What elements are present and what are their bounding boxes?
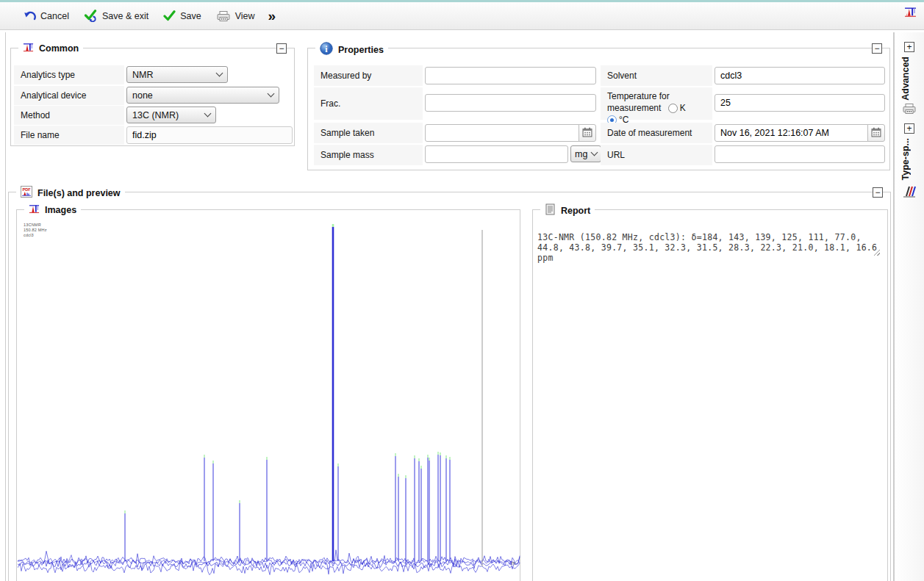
calendar-icon (871, 127, 881, 140)
sample-mass-unit-value: mg (575, 149, 587, 159)
svg-text:m: m (512, 560, 515, 566)
cancel-label: Cancel (40, 11, 69, 21)
method-value: 13C (NMR) (132, 110, 179, 120)
advanced-expand-button[interactable]: + (904, 42, 914, 52)
save-and-exit-label: Save & exit (102, 11, 148, 21)
chevron-down-icon (204, 110, 212, 118)
frac-field[interactable] (425, 94, 596, 112)
analytical-device-label: Analytical device (14, 86, 124, 105)
frac-label: Frac. (314, 87, 423, 120)
save-exit-icon (84, 10, 98, 22)
pdf-file-icon: PDF (21, 186, 32, 200)
solvent-label: Solvent (601, 65, 712, 86)
cancel-button[interactable]: Cancel (16, 7, 76, 24)
method-select[interactable]: 13C (NMR) (126, 107, 216, 123)
temperature-unit-k-label: K (680, 103, 686, 113)
view-icon[interactable] (902, 103, 917, 117)
method-label: Method (14, 106, 124, 125)
report-document-icon (545, 203, 556, 217)
svg-text:PDF: PDF (23, 187, 32, 192)
temperature-unit-k-radio[interactable] (668, 104, 678, 113)
report-textarea[interactable]: 13C-NMR (150.82 MHz, cdcl3): δ=184, 143,… (537, 232, 884, 267)
right-tab-strip: + Advanced + Type-sp... (894, 32, 924, 581)
main-content: Common − Analytics type NMR Analytical d… (5, 32, 894, 581)
save-button[interactable]: Save (156, 7, 209, 24)
analytics-type-value: NMR (132, 70, 153, 80)
calendar-icon (582, 127, 592, 140)
view-button[interactable]: View (209, 7, 262, 25)
tab-advanced[interactable]: Advanced (900, 57, 911, 101)
file-name-label: File name (14, 126, 124, 145)
toolbar-overflow-button[interactable]: » (262, 8, 282, 24)
file-name-field[interactable] (126, 126, 293, 144)
sample-taken-calendar-button[interactable] (579, 124, 596, 142)
spectrum-annotation: 13CNMR 150.82 MHz cdcl3 (24, 223, 47, 238)
sample-taken-field[interactable] (425, 124, 579, 142)
common-panel: Common − Analytics type NMR Analytical d… (10, 48, 295, 146)
url-label: URL (601, 145, 712, 165)
chevron-down-icon (591, 149, 598, 156)
nmr-spectrum-preview: m (18, 212, 520, 581)
analytics-type-select[interactable]: NMR (126, 66, 228, 83)
images-panel: Images 13CNMR 150.82 MHz cdcl3 m (16, 209, 520, 581)
files-and-preview-panel: PDF File(s) and preview − Images (8, 192, 891, 581)
report-panel-title: Report (561, 206, 590, 216)
url-field[interactable] (715, 145, 885, 163)
type-specific-expand-button[interactable]: + (904, 123, 914, 134)
measured-by-field[interactable] (425, 67, 596, 84)
properties-panel: i Properties − Measured by Frac. Sample … (307, 48, 890, 170)
measured-by-label: Measured by (314, 65, 423, 86)
chevron-down-icon (268, 90, 275, 98)
common-collapse-button[interactable]: − (276, 43, 287, 54)
info-icon: i (320, 42, 333, 57)
save-check-icon (163, 10, 176, 21)
date-of-measurement-calendar-button[interactable] (867, 124, 885, 142)
sample-taken-label: Sample taken (314, 123, 423, 143)
solvent-field[interactable] (715, 67, 885, 84)
analytical-device-select[interactable]: none (126, 87, 279, 104)
view-label: View (235, 11, 255, 21)
tab-type-specific[interactable]: Type-sp... (900, 138, 911, 180)
report-panel: Report 13C-NMR (150.82 MHz, cdcl3): δ=18… (532, 209, 888, 581)
date-of-measurement-field[interactable] (715, 124, 868, 142)
nmr-pens-icon[interactable] (902, 185, 917, 201)
save-label: Save (180, 11, 201, 21)
nmr-spectrum-icon (23, 42, 34, 55)
sample-mass-label: Sample mass (314, 145, 423, 165)
sample-mass-field[interactable] (425, 145, 568, 163)
undo-icon (24, 10, 36, 21)
chevron-down-icon (216, 70, 223, 77)
toolbar: Cancel Save & exit Save View » (0, 2, 924, 30)
temperature-label-text: Temperature for measurement (607, 91, 670, 113)
view-icon (216, 10, 231, 22)
analytics-type-label: Analytics type (14, 65, 124, 84)
date-of-measurement-label: Date of measurement (601, 123, 712, 143)
properties-panel-title: Properties (338, 45, 384, 55)
temperature-label: Temperature for measurement K °C (601, 87, 712, 120)
save-and-exit-button[interactable]: Save & exit (76, 7, 156, 25)
temperature-field[interactable] (715, 94, 885, 112)
nmr-app-icon (904, 6, 917, 21)
common-panel-title: Common (39, 43, 79, 54)
files-collapse-button[interactable]: − (873, 187, 883, 198)
properties-collapse-button[interactable]: − (872, 43, 882, 54)
sample-mass-unit-select[interactable]: mg (570, 145, 601, 162)
analytical-device-value: none (132, 90, 153, 101)
files-panel-title: File(s) and preview (37, 188, 121, 198)
